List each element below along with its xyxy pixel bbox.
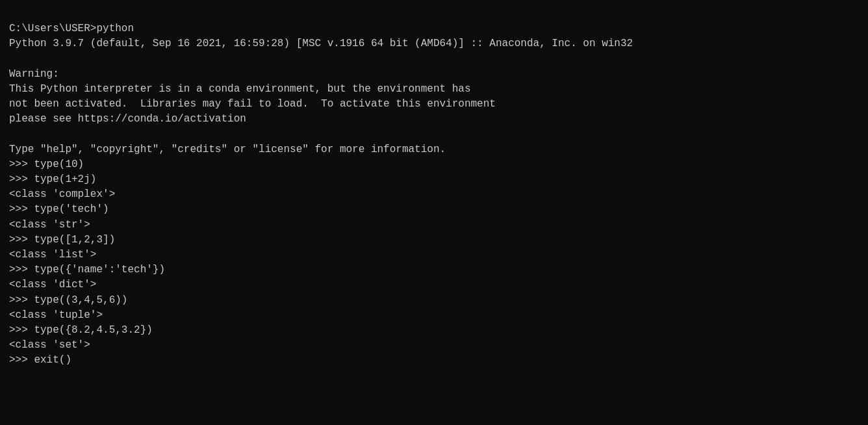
line-cmd-typelist: >>> type([1,2,3]) [9, 233, 859, 248]
line-empty-2 [9, 127, 859, 142]
line-result-str: <class 'str'> [9, 218, 859, 233]
line-result-list: <class 'list'> [9, 248, 859, 263]
line-cmd-type1plus2j: >>> type(1+2j) [9, 172, 859, 187]
line-warning-2: not been activated. Libraries may fail t… [9, 97, 859, 112]
line-warning-3: please see https://conda.io/activation [9, 112, 859, 127]
line-empty-1 [9, 52, 859, 67]
line-result-set: <class 'set'> [9, 338, 859, 353]
line-help: Type "help", "copyright", "credits" or "… [9, 142, 859, 157]
line-result-complex: <class 'complex'> [9, 187, 859, 202]
line-python-version: Python 3.9.7 (default, Sep 16 2021, 16:5… [9, 36, 859, 51]
line-cmd-typedict: >>> type({'name':'tech'}) [9, 263, 859, 277]
line-cmd-type10: >>> type(10) [9, 157, 859, 172]
line-result-tuple: <class 'tuple'> [9, 308, 859, 323]
line-cmd-exit: >>> exit() [9, 353, 859, 368]
line-cmd-typetech: >>> type('tech') [9, 202, 859, 217]
line-result-dict: <class 'dict'> [9, 277, 859, 292]
line-cmd-typetuple: >>> type((3,4,5,6)) [9, 293, 859, 308]
terminal-window[interactable]: C:\Users\USER>pythonPython 3.9.7 (defaul… [0, 0, 868, 425]
line-warning-label: Warning: [9, 67, 859, 82]
line-cmd-typeset: >>> type({8.2,4.5,3.2}) [9, 323, 859, 338]
line-warning-1: This Python interpreter is in a conda en… [9, 82, 859, 97]
line-prompt-python: C:\Users\USER>python [9, 21, 859, 36]
